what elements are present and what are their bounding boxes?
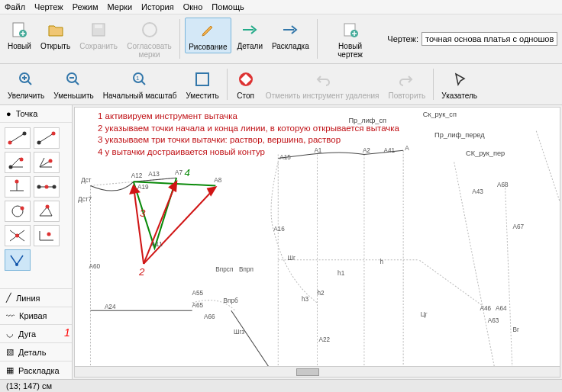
section-layout[interactable]: ▦Раскладка	[0, 361, 72, 379]
agree-icon	[139, 19, 160, 40]
svg-text:А46: А46	[480, 305, 492, 312]
zoom-in-icon	[15, 69, 37, 90]
tool-section-point[interactable]: ● Точка	[0, 105, 72, 123]
tool-section-label: Точка	[16, 109, 38, 118]
new-drawing-button[interactable]: Новый чертеж	[322, 18, 379, 60]
tool-line-dist[interactable]	[5, 127, 31, 149]
svg-text:А66: А66	[204, 313, 215, 320]
save-button[interactable]: Сохранить	[76, 18, 121, 52]
arc-icon: ◡	[6, 329, 14, 339]
main-area: ● Точка 1 ╱Линия 〰Кривая ◡Дуга ▧Деталь ▦…	[0, 105, 562, 379]
tool-contact[interactable]	[5, 201, 31, 222]
open-label: Открыть	[40, 42, 70, 50]
point-tools-grid	[0, 123, 72, 275]
undo-button[interactable]: Отменить инструмент удаления	[263, 67, 383, 101]
pointer-button[interactable]: Указатель	[438, 67, 480, 101]
svg-point-22	[49, 159, 53, 163]
agree-button[interactable]: Согласовать мерки	[124, 18, 175, 60]
new-drawing-icon	[340, 19, 361, 40]
svg-text:Ск_рук_сп: Ск_рук_сп	[423, 111, 457, 118]
scrollbar-thumb[interactable]	[296, 368, 319, 376]
pencil-icon	[197, 20, 218, 41]
svg-point-26	[45, 185, 49, 189]
svg-text:А2: А2	[363, 147, 370, 154]
stop-icon	[235, 69, 257, 90]
tool-perpendicular[interactable]	[5, 176, 31, 198]
menu-help[interactable]: Помощь	[212, 2, 244, 11]
svg-text:Цг: Цг	[421, 311, 428, 318]
layout-icon: ▦	[6, 365, 14, 375]
svg-point-25	[37, 185, 41, 189]
section-line[interactable]: ╱Линия	[0, 288, 72, 307]
svg-text:Пр_лиф_перед: Пр_лиф_перед	[434, 131, 485, 139]
svg-text:А67: А67	[513, 223, 525, 230]
layout-button[interactable]: Раскладка	[269, 18, 312, 52]
svg-text:А43: А43	[472, 188, 483, 195]
stop-button[interactable]: Стоп	[232, 67, 260, 101]
stop-label: Стоп	[237, 92, 254, 100]
menu-mode[interactable]: Режим	[73, 2, 99, 11]
svg-rect-11	[196, 73, 208, 85]
section-arc[interactable]: ◡Дуга	[0, 324, 72, 342]
left-tool-panel: ● Точка 1 ╱Линия 〰Кривая ◡Дуга ▧Деталь ▦…	[0, 105, 73, 379]
redo-icon	[396, 69, 418, 90]
svg-point-31	[15, 234, 19, 238]
horizontal-scrollbar[interactable]	[75, 366, 560, 377]
svg-text:А16: А16	[273, 226, 285, 233]
tool-angle[interactable]	[5, 152, 31, 173]
svg-text:А15: А15	[279, 154, 291, 161]
tool-dart[interactable]	[5, 249, 31, 271]
zoom-in-label: Увеличить	[8, 92, 44, 100]
pointer-icon	[449, 69, 470, 90]
tool-intersection[interactable]	[5, 225, 31, 246]
svg-text:А22: А22	[319, 336, 331, 343]
new-button[interactable]: Новый	[5, 18, 34, 52]
zoom-out-button[interactable]: Уменьшить	[50, 67, 96, 101]
svg-text:СК_рук_пер: СК_рук_пер	[466, 149, 505, 157]
svg-line-42	[505, 182, 512, 378]
details-label: Детали	[237, 42, 263, 50]
tool-triangle[interactable]	[34, 201, 60, 222]
svg-text:Шгз: Шгз	[234, 329, 244, 336]
menu-history[interactable]: История	[141, 2, 174, 11]
drawing-canvas[interactable]: 1 активируем инструмент вытачка 2 указыв…	[74, 107, 560, 378]
open-button[interactable]: Открыть	[37, 18, 73, 52]
section-detail[interactable]: ▧Деталь	[0, 342, 72, 361]
svg-text:А8: А8	[214, 177, 221, 184]
undo-label: Отменить инструмент удаления	[266, 92, 380, 100]
svg-point-23	[15, 180, 19, 184]
svg-line-14	[10, 133, 24, 143]
zoom-in-button[interactable]: Увеличить	[5, 67, 47, 101]
redo-label: Повторить	[389, 92, 426, 100]
svg-text:А11: А11	[151, 241, 163, 248]
tool-shoulder[interactable]	[34, 176, 60, 198]
draw-mode-button[interactable]: Рисование	[185, 18, 231, 53]
svg-line-50	[144, 187, 215, 263]
svg-text:Впрб: Впрб	[224, 297, 238, 304]
svg-text:А41: А41	[384, 147, 396, 154]
fit-button[interactable]: Уместить	[182, 67, 221, 101]
redo-button[interactable]: Повторить	[386, 67, 429, 101]
svg-point-16	[23, 132, 27, 136]
menu-file[interactable]: Файл	[5, 2, 25, 11]
tool-bisector[interactable]	[34, 152, 60, 173]
tool-span[interactable]	[34, 127, 60, 149]
svg-text:Впрсп: Впрсп	[215, 266, 233, 273]
drawing-name-input[interactable]	[422, 32, 557, 46]
svg-text:Вг: Вг	[513, 326, 519, 333]
section-curve[interactable]: 〰Кривая	[0, 307, 72, 324]
menu-drawing[interactable]: Чертеж	[34, 2, 63, 11]
arrow-right-blue-icon	[279, 19, 301, 40]
details-button[interactable]: Детали	[234, 18, 266, 52]
pattern-svg: 2 3 4 Пр_лиф_сп Ск_рук_сп Пр_лиф_перед С…	[75, 108, 560, 378]
menu-measures[interactable]: Мерки	[108, 2, 132, 11]
svg-rect-3	[95, 24, 102, 28]
svg-text:Дст7: Дст7	[78, 196, 92, 203]
svg-point-15	[8, 141, 12, 145]
menu-window[interactable]: Окно	[183, 2, 203, 11]
view-toolbar: Увеличить Уменьшить 1 Начальный масштаб …	[0, 64, 562, 105]
svg-line-17	[39, 133, 53, 143]
svg-text:Впрп: Впрп	[239, 266, 254, 273]
tool-point-xy[interactable]	[34, 225, 60, 246]
zoom-default-button[interactable]: 1 Начальный масштаб	[100, 67, 180, 101]
